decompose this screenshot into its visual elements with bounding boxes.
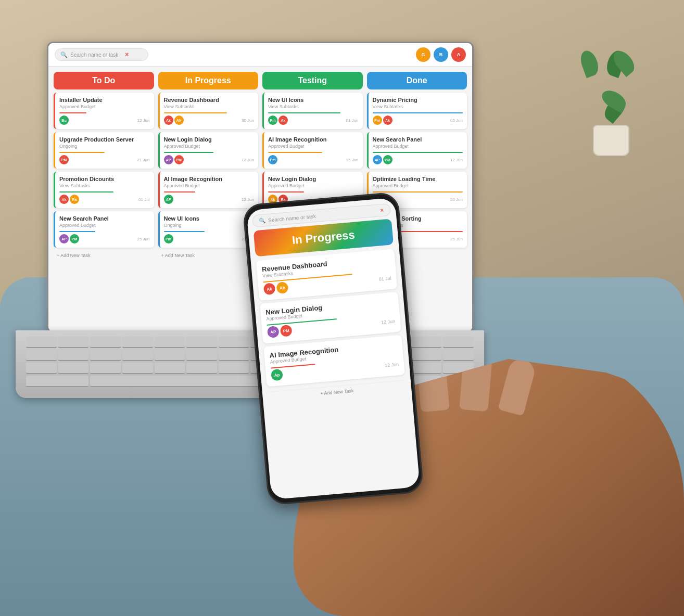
header-avatar-3[interactable]: A <box>451 47 466 62</box>
list-item[interactable]: AI Image Recognition Approved Budget Ap … <box>263 335 405 387</box>
task-subtitle: Approved Budget <box>59 223 150 228</box>
table-row[interactable]: AI Image Recognition Approved Budget Pm … <box>262 132 363 169</box>
task-date: 30 Jun <box>242 118 254 123</box>
phone-clear-button[interactable]: × <box>380 207 384 214</box>
task-title: New UI Icons <box>164 215 255 222</box>
add-task-todo[interactable]: + Add New Task <box>54 251 154 260</box>
task-title: AI Image Recognition <box>164 176 255 182</box>
header-avatar-2[interactable]: B <box>434 47 448 62</box>
table-row[interactable]: Promotion Dicounts View Subtasks Ak Ra 0… <box>54 172 154 208</box>
table-row[interactable]: New Login Dialog Approved Budget AP PM 1… <box>158 132 259 169</box>
background: 🔍 Search name or task × G B A To Do <box>0 0 684 616</box>
list-item[interactable]: New Login Dialog Approved Budget AP PM 1… <box>260 292 401 344</box>
add-task-inprogress[interactable]: + Add New Task <box>158 251 259 260</box>
testing-header: Testing <box>262 72 363 89</box>
phone-search-icon: 🔍 <box>259 217 266 224</box>
task-subtitle: View Subtasks <box>373 104 463 109</box>
task-title: New Login Dialog <box>164 136 255 143</box>
table-row[interactable]: New UI Icons View Subtasks Pm Ak 01 Jun <box>262 93 363 129</box>
header-avatars: G B A <box>416 47 466 62</box>
table-row[interactable]: New Search Panel Approved Budget AP PM 2… <box>54 211 154 248</box>
task-date: 12 Jun <box>137 118 149 123</box>
task-subtitle: Approved Budget <box>268 144 359 149</box>
done-header: Done <box>367 72 467 89</box>
task-date: 25 Jun <box>137 237 149 241</box>
task-subtitle: Approved Budget <box>59 104 150 109</box>
task-date: 25 Jun <box>450 237 463 241</box>
search-clear-button[interactable]: × <box>125 51 129 58</box>
task-date: 15 Jun <box>346 158 358 162</box>
phone-search-placeholder: Search name or task <box>268 213 316 223</box>
table-row[interactable]: Dynamic Pricing View Subtasks Pm Ak 05 J… <box>367 93 467 129</box>
search-placeholder-text: Search name or task <box>70 52 118 58</box>
task-subtitle: Approved Budget <box>268 183 359 188</box>
phone-task-date: 12 Jun <box>385 362 399 368</box>
task-date: 12 Jun <box>242 158 254 162</box>
task-subtitle: View Subtasks <box>59 183 150 188</box>
task-subtitle: Ongoing <box>164 223 255 228</box>
phone-task-date: 12 Jun <box>381 318 396 325</box>
task-subtitle: Approved Budget <box>164 144 255 149</box>
task-title: New UI Icons <box>268 97 359 103</box>
table-row[interactable]: Revenue Dashboard View Subtasks Ak Ah 30… <box>158 93 259 129</box>
header-avatar-1[interactable]: G <box>416 47 430 62</box>
search-icon: 🔍 <box>60 52 68 58</box>
task-date: 21 Jun <box>137 158 149 162</box>
task-subtitle: View Subtasks <box>268 104 359 109</box>
task-date: 01 Jun <box>346 118 358 123</box>
table-row[interactable]: Upgrade Production Server Ongoing PM 21 … <box>54 132 154 169</box>
table-row[interactable]: Installer Update Approved Budget Bu 12 J… <box>54 93 154 129</box>
phone-screen: 🔍 Search name or task × In Progress Reve… <box>246 198 420 500</box>
kanban-header: 🔍 Search name or task × G B A <box>48 43 472 67</box>
task-subtitle: Approved Budget <box>373 144 463 149</box>
table-row[interactable]: AI Image Recognition Approved Budget AP … <box>158 172 259 208</box>
task-title: New Search Panel <box>373 136 463 143</box>
task-title: Revenue Dashboard <box>164 97 255 103</box>
task-title: New Login Dialog <box>268 176 359 182</box>
inprogress-header: In Progress <box>158 72 259 89</box>
plant-pot <box>593 125 629 156</box>
task-title: Dynamic Pricing <box>373 97 463 103</box>
task-subtitle: Approved Budget <box>373 183 463 188</box>
phone-body: 🔍 Search name or task × In Progress Reve… <box>242 191 424 506</box>
phone-task-date: 01 Jul <box>378 276 391 282</box>
task-date: 12 Jun <box>242 197 254 202</box>
task-title: AI Image Recognition <box>268 136 359 143</box>
task-date: 05 Jun <box>450 118 463 123</box>
task-subtitle: Ongoing <box>59 144 150 149</box>
todo-header: To Do <box>54 72 154 89</box>
task-subtitle: View Subtasks <box>164 104 255 109</box>
column-todo: To Do Installer Update Approved Budget B… <box>54 72 154 326</box>
plant-decoration <box>580 52 642 156</box>
search-bar-laptop[interactable]: 🔍 Search name or task × <box>55 48 148 61</box>
task-date: 12 Jun <box>450 158 463 162</box>
phone-task-list: Revenue Dashboard View Subtasks Ak Ah 01… <box>251 248 420 499</box>
task-date: 20 Jun <box>450 197 463 202</box>
list-item[interactable]: Revenue Dashboard View Subtasks Ak Ah 01… <box>256 249 398 301</box>
column-inprogress: In Progress Revenue Dashboard View Subta… <box>158 72 259 326</box>
task-subtitle: Approved Budget <box>164 183 255 188</box>
task-title: Promotion Dicounts <box>59 176 150 182</box>
table-row[interactable]: New Search Panel Approved Budget AP PM 1… <box>367 132 467 169</box>
task-title: New Search Panel <box>59 215 150 222</box>
task-date: 01 Jul <box>138 197 149 202</box>
task-title: Installer Update <box>59 97 150 103</box>
task-title: Optimize Loading Time <box>373 176 463 182</box>
phone: 🔍 Search name or task × In Progress Reve… <box>242 191 424 506</box>
task-title: Upgrade Production Server <box>59 136 150 143</box>
